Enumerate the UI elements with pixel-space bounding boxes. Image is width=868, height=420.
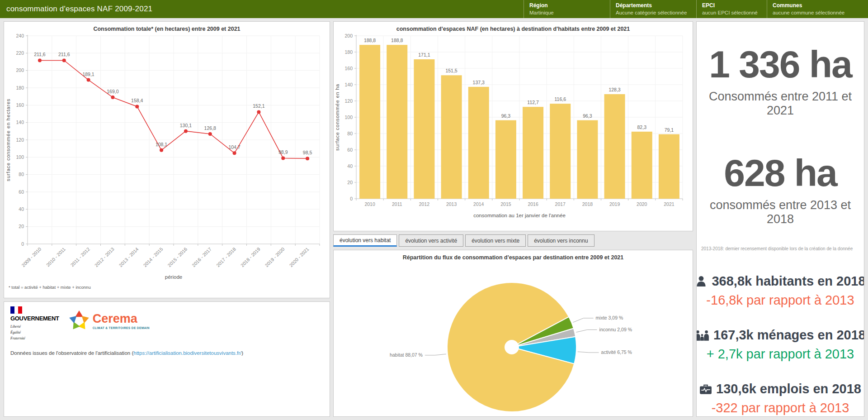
svg-text:inconnu 2,09 %: inconnu 2,09 % bbox=[599, 327, 632, 332]
svg-text:152,1: 152,1 bbox=[253, 103, 264, 109]
svg-text:220: 220 bbox=[16, 50, 24, 56]
cerema-star-icon bbox=[68, 310, 90, 332]
filter-epci[interactable]: EPCI aucun EPCI sélectionné bbox=[696, 0, 767, 18]
family-icon bbox=[696, 329, 709, 342]
big-stat-2011-2021: 1 336 ha bbox=[697, 45, 864, 83]
cerema-logo: Cerema CLIMAT & TERRITOIRES DE DEMAIN bbox=[68, 310, 150, 332]
habitants-headline: 368,8k habitants en 2018 bbox=[696, 274, 864, 289]
svg-text:98,9: 98,9 bbox=[278, 149, 288, 155]
left-column: Consommation totale* (en hectares) entre… bbox=[4, 21, 330, 417]
svg-text:100: 100 bbox=[16, 154, 24, 160]
svg-text:2014: 2014 bbox=[473, 201, 484, 207]
svg-text:96,3: 96,3 bbox=[583, 113, 592, 119]
svg-text:2020: 2020 bbox=[637, 201, 647, 207]
dashboard-layout: Consommation totale* (en hectares) entre… bbox=[0, 18, 868, 420]
tab-evolution-habitat[interactable]: évolution vers habitat bbox=[333, 234, 397, 247]
source-text-suffix: ) bbox=[241, 350, 243, 356]
artificialisation-link[interactable]: https://artificialisation.biodiversiteto… bbox=[133, 350, 241, 356]
svg-text:100: 100 bbox=[344, 115, 353, 120]
summary-panel: 1 336 ha Consommés entre 2011 et 2021 62… bbox=[696, 21, 864, 417]
svg-text:112,7: 112,7 bbox=[527, 100, 539, 105]
svg-text:2017 - 2018: 2017 - 2018 bbox=[215, 246, 237, 268]
svg-text:171,1: 171,1 bbox=[418, 52, 430, 57]
svg-text:140: 140 bbox=[344, 82, 353, 87]
svg-text:160: 160 bbox=[16, 102, 24, 108]
emplois-indicator: 130,6k emplois en 2018 -322 par rapport … bbox=[699, 382, 861, 415]
svg-text:137,3: 137,3 bbox=[473, 80, 485, 85]
svg-text:180: 180 bbox=[344, 49, 353, 55]
menages-value: 167,3k ménages en 2018 bbox=[713, 328, 864, 343]
tab-evolution-mixte[interactable]: évolution vers mixte bbox=[465, 234, 526, 247]
tab-evolution-activite[interactable]: évolution vers activité bbox=[399, 234, 463, 247]
svg-text:240: 240 bbox=[16, 33, 24, 38]
destination-tabs: évolution vers habitat évolution vers ac… bbox=[333, 234, 693, 247]
data-source-text: Données issues de l'observatoire de l'ar… bbox=[10, 350, 323, 356]
gouvernement-wordmark: GOUVERNEMENT bbox=[10, 315, 59, 322]
big-stat-2013-2018: 628 ha bbox=[697, 154, 864, 192]
svg-text:96,3: 96,3 bbox=[501, 113, 511, 119]
svg-text:2010: 2010 bbox=[364, 201, 375, 207]
svg-text:2021: 2021 bbox=[664, 201, 675, 207]
svg-text:211,6: 211,6 bbox=[34, 52, 46, 57]
filter-region[interactable]: Région Martinique bbox=[524, 0, 610, 18]
svg-text:60: 60 bbox=[347, 147, 353, 153]
svg-text:2020 - 2021: 2020 - 2021 bbox=[288, 246, 310, 268]
svg-text:2016 - 2017: 2016 - 2017 bbox=[191, 246, 212, 268]
svg-text:2012 - 2013: 2012 - 2013 bbox=[94, 246, 115, 268]
tab-evolution-inconnu[interactable]: évolution vers inconnu bbox=[528, 234, 594, 247]
svg-text:2013: 2013 bbox=[446, 201, 457, 207]
svg-text:82,3: 82,3 bbox=[637, 124, 647, 130]
filter-communes[interactable]: Communes aucune commune sélectionnée bbox=[767, 0, 868, 18]
svg-text:104,7: 104,7 bbox=[228, 144, 240, 150]
svg-text:116,6: 116,6 bbox=[555, 96, 566, 102]
svg-text:160: 160 bbox=[344, 66, 353, 71]
svg-text:2015 - 2016: 2015 - 2016 bbox=[166, 246, 188, 268]
svg-text:période: période bbox=[165, 274, 182, 280]
svg-text:120: 120 bbox=[344, 98, 353, 104]
svg-text:2018 - 2019: 2018 - 2019 bbox=[240, 246, 261, 268]
svg-text:108,1: 108,1 bbox=[156, 142, 167, 147]
svg-text:2017: 2017 bbox=[555, 201, 566, 207]
briefcase-icon bbox=[699, 383, 712, 396]
svg-text:2015: 2015 bbox=[500, 201, 511, 207]
filter-epci-value: aucun EPCI sélectionné bbox=[702, 9, 767, 17]
svg-text:2018: 2018 bbox=[582, 201, 593, 207]
filter-departements[interactable]: Départements Aucune catégorie sélectionn… bbox=[610, 0, 696, 18]
svg-text:189,1: 189,1 bbox=[82, 72, 94, 77]
svg-text:2012: 2012 bbox=[419, 201, 430, 207]
svg-text:200: 200 bbox=[16, 67, 24, 73]
credits-panel: GOUVERNEMENT Liberté Égalité Fraternité bbox=[4, 301, 330, 417]
svg-text:surface consommée en hectares: surface consommée en hectares bbox=[5, 99, 11, 181]
svg-text:2019 - 2020: 2019 - 2020 bbox=[264, 246, 286, 268]
habitants-indicator: 368,8k habitants en 2018 -16,8k par rapp… bbox=[696, 274, 864, 308]
habitants-delta: -16,8k par rapport à 2013 bbox=[696, 293, 864, 308]
svg-text:surface consommée en ha: surface consommée en ha bbox=[335, 84, 340, 151]
svg-text:2009 - 2010: 2009 - 2010 bbox=[20, 246, 42, 268]
svg-text:2016: 2016 bbox=[528, 201, 538, 207]
french-flag-icon bbox=[10, 306, 22, 314]
emplois-delta: -322 par rapport à 2013 bbox=[699, 401, 861, 415]
svg-text:120: 120 bbox=[16, 137, 24, 143]
line-chart-footnote: * total = activité + habitat + mixte + i… bbox=[4, 284, 330, 290]
middle-column: consommation d'espaces NAF (en hectares)… bbox=[333, 21, 693, 417]
svg-text:188,8: 188,8 bbox=[391, 38, 403, 43]
svg-text:98,5: 98,5 bbox=[303, 150, 312, 155]
svg-text:60: 60 bbox=[19, 189, 24, 195]
svg-text:activité 6,75 %: activité 6,75 % bbox=[601, 349, 632, 355]
line-chart: 020406080100120140160180200220240211,620… bbox=[4, 32, 327, 284]
cerema-wordmark: Cerema bbox=[93, 313, 150, 325]
svg-text:140: 140 bbox=[16, 119, 24, 125]
svg-text:2019: 2019 bbox=[609, 201, 620, 207]
filter-departements-label: Départements bbox=[616, 2, 696, 9]
svg-text:2011 - 2012: 2011 - 2012 bbox=[69, 246, 91, 268]
big-stat-2013-2018-caption: consommés entre 2013 et 2018 bbox=[697, 198, 864, 226]
pie-chart: mixte 3,09 %inconnu 2,09 %activité 6,75 … bbox=[334, 261, 690, 416]
destination-distribution-panel: Répartition du flux de consommation d'es… bbox=[333, 250, 693, 417]
bar-chart-title: consommation d'espaces NAF (en hectares)… bbox=[336, 26, 690, 32]
svg-text:80: 80 bbox=[347, 131, 353, 136]
pie-chart-title: Répartition du flux de consommation d'es… bbox=[336, 254, 690, 261]
svg-text:2014 - 2015: 2014 - 2015 bbox=[142, 246, 164, 268]
menages-indicator: 167,3k ménages en 2018 + 2,7k par rappor… bbox=[696, 328, 864, 362]
menages-delta: + 2,7k par rapport à 2013 bbox=[696, 347, 864, 362]
page-title: consommation d'espaces NAF 2009-2021 bbox=[0, 5, 524, 14]
